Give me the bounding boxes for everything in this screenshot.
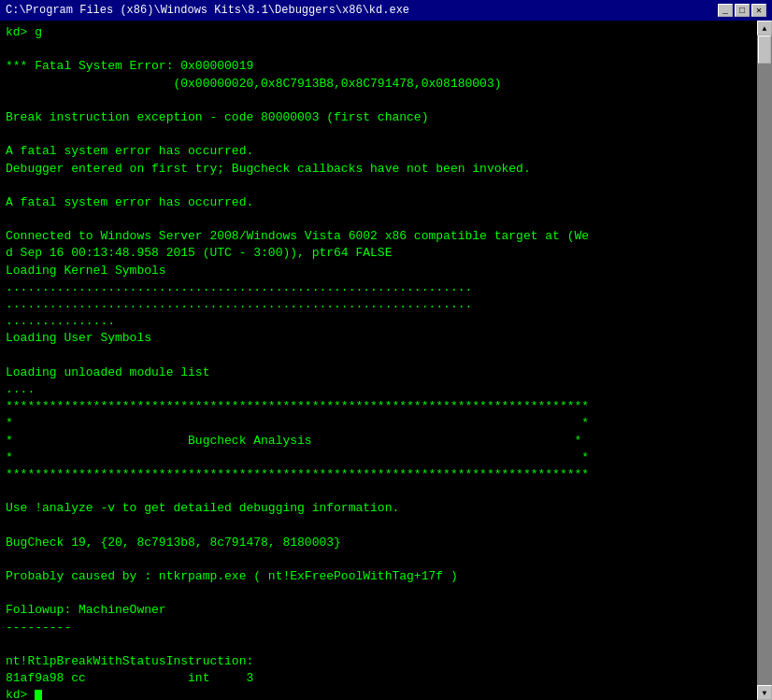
scroll-down-button[interactable]: ▼ xyxy=(757,685,772,700)
console-line xyxy=(6,483,750,500)
title-bar: C:\Program Files (x86)\Windows Kits\8.1\… xyxy=(0,0,772,21)
console-line: Debugger entered on first try; Bugcheck … xyxy=(6,161,750,178)
console-line xyxy=(6,93,750,109)
console-line: Break instruction exception - code 80000… xyxy=(6,109,750,126)
title-bar-left: C:\Program Files (x86)\Windows Kits\8.1\… xyxy=(6,4,409,17)
console-line: Loading User Symbols xyxy=(6,330,750,347)
console-line: * * xyxy=(6,450,750,466)
console-line xyxy=(6,41,750,58)
console-line: A fatal system error has occurred. xyxy=(6,143,750,160)
console-line: ............... xyxy=(6,313,750,330)
window-title: C:\Program Files (x86)\Windows Kits\8.1\… xyxy=(6,4,409,17)
console-line xyxy=(6,517,750,534)
console-line: Probably caused by : ntkrpamp.exe ( nt!E… xyxy=(6,568,750,585)
console-line xyxy=(6,178,750,194)
console-line: Followup: MachineOwner xyxy=(6,602,750,619)
console-content: kd> g*** Fatal System Error: 0x00000019 … xyxy=(6,24,766,700)
console-line: --------- xyxy=(6,620,750,636)
console-line: *** Fatal System Error: 0x00000019 xyxy=(6,58,750,75)
title-bar-controls: _ □ ✕ xyxy=(718,4,766,17)
console-line xyxy=(6,551,750,568)
console-line: kd> xyxy=(6,687,750,700)
console-line xyxy=(6,211,750,228)
console-line: kd> g xyxy=(6,24,750,41)
console-line: ****************************************… xyxy=(6,466,750,483)
console-line: Use !analyze -v to get detailed debuggin… xyxy=(6,500,750,517)
console-line: ****************************************… xyxy=(6,398,750,415)
scrollbar[interactable]: ▲ ▼ xyxy=(757,21,772,700)
console-line: ........................................… xyxy=(6,296,750,313)
minimize-button[interactable]: _ xyxy=(718,4,733,17)
scrollbar-track xyxy=(757,36,772,685)
console-line: 81af9a98 cc int 3 xyxy=(6,670,750,687)
console-line xyxy=(6,126,750,143)
console-line: .... xyxy=(6,381,750,398)
console-line: BugCheck 19, {20, 8c7913b8, 8c791478, 81… xyxy=(6,535,750,551)
cursor xyxy=(35,690,42,700)
scroll-up-button[interactable]: ▲ xyxy=(757,21,772,36)
console-area[interactable]: kd> g*** Fatal System Error: 0x00000019 … xyxy=(0,21,772,700)
console-line: Loading Kernel Symbols xyxy=(6,263,750,279)
window: C:\Program Files (x86)\Windows Kits\8.1\… xyxy=(0,0,772,700)
console-line xyxy=(6,348,750,364)
console-line: ........................................… xyxy=(6,279,750,296)
console-line: Loading unloaded module list xyxy=(6,364,750,381)
console-line: * * xyxy=(6,415,750,432)
console-line: A fatal system error has occurred. xyxy=(6,194,750,211)
console-line: d Sep 16 00:13:48.958 2015 (UTC - 3:00))… xyxy=(6,245,750,262)
console-line: Connected to Windows Server 2008/Windows… xyxy=(6,228,750,245)
console-line xyxy=(6,585,750,602)
console-line: * Bugcheck Analysis * xyxy=(6,433,750,450)
scrollbar-thumb[interactable] xyxy=(758,36,771,64)
maximize-button[interactable]: □ xyxy=(735,4,750,17)
console-line: (0x00000020,0x8C7913B8,0x8C791478,0x0818… xyxy=(6,76,750,93)
console-line xyxy=(6,636,750,653)
console-line: nt!RtlpBreakWithStatusInstruction: xyxy=(6,653,750,670)
close-button[interactable]: ✕ xyxy=(751,4,766,17)
